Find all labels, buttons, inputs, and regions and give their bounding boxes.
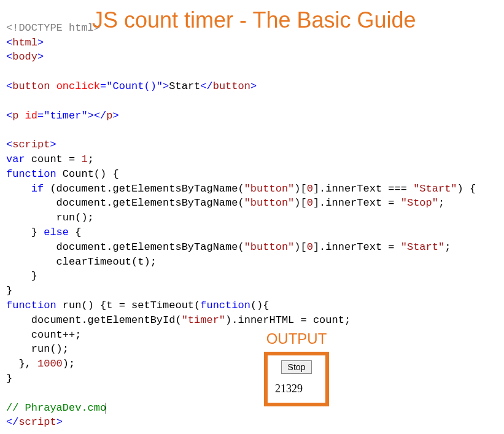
- tag-p: <p id="timer"></p>: [6, 110, 119, 122]
- tag-button-close: </button>: [200, 80, 257, 92]
- button-text: Start: [169, 80, 200, 92]
- kw-function-1: function: [6, 168, 56, 180]
- kw-var: var: [6, 153, 25, 165]
- text-cursor: [106, 403, 106, 414]
- brace-fn1: }: [6, 285, 12, 296]
- tag-script-close: </script>: [6, 416, 63, 428]
- assign-start: document.getElementsByTagName("button")[…: [6, 241, 451, 253]
- timer-value: 21329: [275, 381, 318, 397]
- num-1: 1: [81, 153, 87, 165]
- fn-count-sig: Count() {: [56, 168, 119, 180]
- assign-stop: document.getElementsByTagName("button")[…: [6, 197, 444, 209]
- tag-script-open: <script>: [6, 139, 56, 150]
- else-line: } else {: [6, 227, 81, 238]
- page-title: JS count timer - The Basic Guide: [92, 5, 416, 36]
- if-line: if (document.getElementsByTagName("butto…: [6, 183, 476, 195]
- output-label: OUTPUT: [264, 328, 329, 349]
- output-box: Stop 21329: [264, 352, 329, 406]
- comment: // PhrayaDev.cmo: [6, 402, 106, 414]
- fn-run-sig: run() {t = setTimeout(function(){: [56, 300, 269, 311]
- kw-function-2: function: [6, 300, 56, 311]
- run-body-2: count++;: [6, 329, 81, 341]
- brace-fn2: }: [6, 373, 12, 384]
- semi: ;: [88, 153, 94, 165]
- output-panel: OUTPUT Stop 21329: [264, 328, 329, 406]
- tag-button-open: <button onclick="Count()">: [6, 80, 169, 92]
- run-call-1: run();: [6, 212, 94, 223]
- code-block: <!DOCTYPE html> <html> <body> <button on…: [6, 6, 498, 434]
- tag-body-open: <body>: [6, 51, 44, 63]
- run-body-3: run();: [6, 343, 69, 355]
- var-line: count =: [25, 153, 82, 165]
- run-close: }, 1000);: [6, 358, 75, 370]
- run-body-1: document.getElementById("timer").innerHT…: [6, 314, 351, 326]
- tag-html-open: <html>: [6, 37, 44, 48]
- clear-call: clearTimeout(t);: [6, 256, 157, 268]
- stop-button[interactable]: Stop: [281, 360, 312, 374]
- brace-inner: }: [6, 270, 37, 282]
- doctype: <!DOCTYPE html>: [6, 22, 100, 34]
